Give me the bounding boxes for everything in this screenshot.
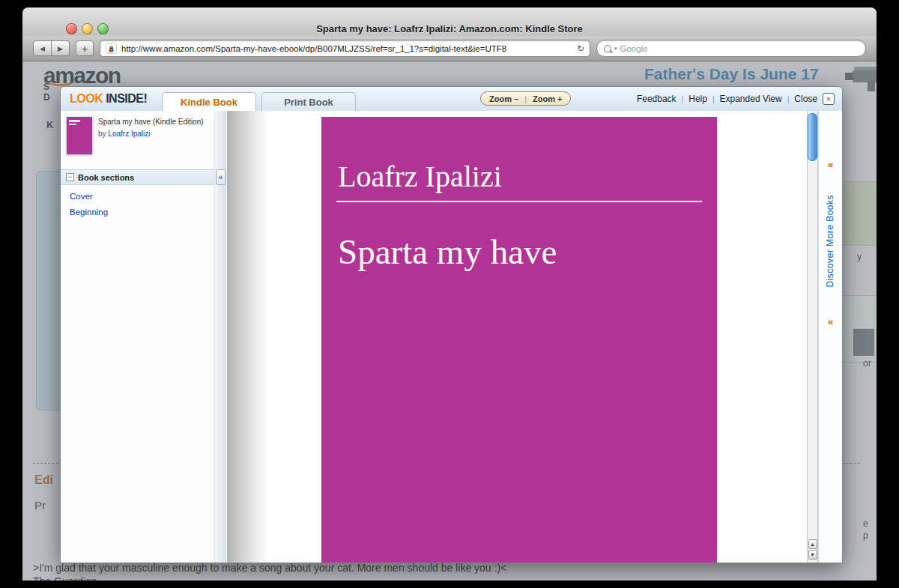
sidebar-collapse-gutter: « xyxy=(214,111,226,563)
back-button[interactable]: ◀ xyxy=(33,40,52,56)
amazon-smile-icon xyxy=(108,48,114,52)
help-link[interactable]: Help xyxy=(688,94,707,104)
cover-author-text: Loafrz Ipalizi xyxy=(338,159,502,194)
back-arrow-icon: ◀ xyxy=(40,45,45,52)
thumbnail-text-line xyxy=(69,120,80,122)
close-link[interactable]: Close xyxy=(794,94,817,104)
reload-icon[interactable]: ↻ xyxy=(577,43,584,54)
page-edge-shadow xyxy=(227,111,269,563)
cover-divider-rule xyxy=(336,201,702,202)
collapse-discover-button[interactable]: « xyxy=(819,316,842,327)
discover-more-books-strip: « Discover More Books « xyxy=(818,111,842,563)
forward-button[interactable]: ▶ xyxy=(51,40,70,56)
search-options-caret-icon[interactable]: ▾ xyxy=(614,46,617,52)
collapse-sidebar-button[interactable]: « xyxy=(216,169,225,185)
zoom-out-button[interactable]: Zoom – xyxy=(489,94,518,103)
zoom-divider: | xyxy=(524,94,527,103)
close-icon[interactable]: × xyxy=(823,93,835,105)
book-info: Sparta my have (Kindle Edition) by Loafr… xyxy=(67,117,217,154)
collapse-minus-icon[interactable]: − xyxy=(66,173,74,181)
new-tab-button[interactable]: + xyxy=(76,40,94,56)
tab-kindle-book[interactable]: Kindle Book xyxy=(162,92,256,112)
window-titlebar[interactable]: Sparta my have: Loafrz Ipalizi: Amazon.c… xyxy=(22,7,877,36)
browser-window: Sparta my have: Loafrz Ipalizi: Amazon.c… xyxy=(22,7,877,581)
inside-text: INSIDE! xyxy=(106,92,147,105)
cover-title-text: Sparta my have xyxy=(338,231,557,272)
search-icon xyxy=(604,45,611,52)
book-reader-pane: Loafrz Ipalizi Sparta my have xyxy=(227,111,807,563)
book-cover-image: Loafrz Ipalizi Sparta my have xyxy=(321,117,717,563)
link-divider: | xyxy=(712,95,715,103)
modal-body: Sparta my have (Kindle Edition) by Loafr… xyxy=(61,111,842,563)
book-sections-label: Book sections xyxy=(78,173,134,182)
scrollbar-buttons: ▲ ▼ xyxy=(808,539,817,560)
link-divider: | xyxy=(787,95,790,103)
book-meta: Sparta my have (Kindle Edition) by Loafr… xyxy=(98,117,217,154)
scroll-up-button[interactable]: ▲ xyxy=(808,539,817,549)
discover-more-books-tab[interactable]: Discover More Books xyxy=(825,195,835,288)
google-search-field[interactable]: ▾ Google xyxy=(596,40,866,57)
browser-toolbar: ◀ ▶ + a http://www.amazon.com/Sparta-my-… xyxy=(22,36,877,61)
amazon-favicon-icon: a xyxy=(106,43,117,54)
feedback-link[interactable]: Feedback xyxy=(637,94,676,104)
history-nav-group: ◀ ▶ xyxy=(33,40,70,56)
book-page: Loafrz Ipalizi Sparta my have xyxy=(269,111,807,563)
url-text: http://www.amazon.com/Sparta-my-have-ebo… xyxy=(121,44,572,53)
modal-header-links: Feedback | Help | Expanded View | Close … xyxy=(637,93,835,105)
book-sidebar: Sparta my have (Kindle Edition) by Loafr… xyxy=(61,111,214,563)
modal-header: LOOK INSIDE! Kindle Book Print Book Zoom… xyxy=(61,87,842,112)
search-placeholder: Google xyxy=(620,44,648,53)
zoom-controls: Zoom – | Zoom + xyxy=(480,91,571,106)
thumbnail-text-line xyxy=(69,124,76,125)
look-inside-modal: LOOK INSIDE! Kindle Book Print Book Zoom… xyxy=(60,86,843,563)
book-sections-list: Cover Beginning xyxy=(70,189,108,220)
plus-icon: + xyxy=(82,43,88,55)
link-divider: | xyxy=(682,95,684,103)
window-title: Sparta my have: Loafrz Ipalizi: Amazon.c… xyxy=(22,23,877,34)
tab-print-book[interactable]: Print Book xyxy=(261,92,356,112)
address-bar[interactable]: a http://www.amazon.com/Sparta-my-have-e… xyxy=(100,40,590,57)
author-link[interactable]: Loafrz Ipalizi xyxy=(108,130,150,138)
section-link-beginning[interactable]: Beginning xyxy=(70,204,108,220)
section-link-cover[interactable]: Cover xyxy=(70,189,108,204)
collapse-discover-button[interactable]: « xyxy=(819,159,842,170)
expanded-view-link[interactable]: Expanded View xyxy=(720,94,782,104)
amazon-page: amazon S D K Father's Day Is June 17 Edi… xyxy=(22,61,877,581)
look-text: LOOK xyxy=(70,92,103,105)
look-inside-logo: LOOK INSIDE! xyxy=(70,92,147,106)
forward-arrow-icon: ▶ xyxy=(58,45,63,52)
book-byline: by Loafrz Ipalizi xyxy=(98,130,217,138)
scrollbar-thumb[interactable] xyxy=(808,113,817,161)
book-title: Sparta my have (Kindle Edition) xyxy=(98,117,217,127)
reader-scrollbar[interactable]: ▲ ▼ xyxy=(807,111,818,563)
zoom-in-button[interactable]: Zoom + xyxy=(533,94,562,103)
book-cover-thumbnail xyxy=(67,117,92,154)
book-sections-header: − Book sections xyxy=(61,169,214,185)
scroll-down-button[interactable]: ▼ xyxy=(808,550,817,560)
by-label: by xyxy=(98,130,108,138)
